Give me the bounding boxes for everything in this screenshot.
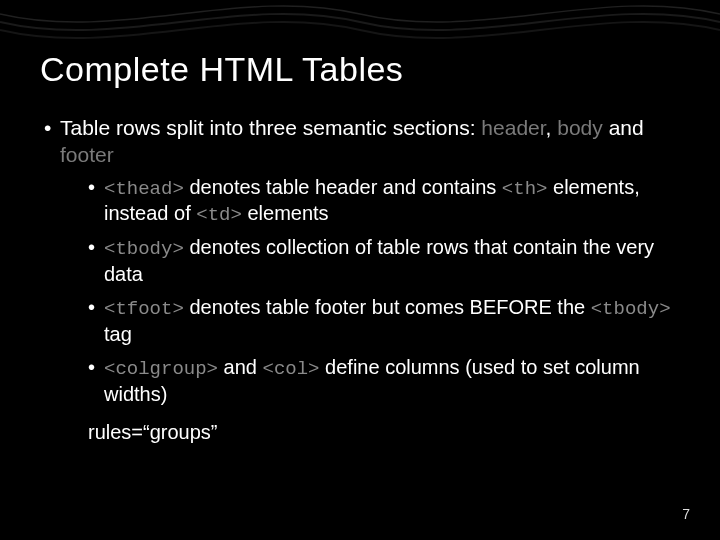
code-span: <thead> xyxy=(104,178,184,200)
slide: Complete HTML Tables Table rows split in… xyxy=(0,0,720,540)
dim-span: footer xyxy=(60,143,114,166)
code-span: <col> xyxy=(263,358,320,380)
text-span: and xyxy=(218,356,262,378)
code-span: <td> xyxy=(196,204,242,226)
text-span: denotes table header and contains xyxy=(184,176,502,198)
text-span: elements xyxy=(242,202,329,224)
dim-span: body xyxy=(557,116,603,139)
code-span: <tbody> xyxy=(104,238,184,260)
code-span: <tfoot> xyxy=(104,298,184,320)
sub-bullet-item: <thead> denotes table header and contain… xyxy=(88,175,680,228)
bullet-list: Table rows split into three semantic sec… xyxy=(44,115,680,407)
page-number: 7 xyxy=(682,506,690,522)
text-span: denotes table footer but comes BEFORE th… xyxy=(184,296,591,318)
sub-bullet-item: <tbody> denotes collection of table rows… xyxy=(88,235,680,287)
dim-span: header xyxy=(481,116,545,139)
text-span: and xyxy=(603,116,650,139)
sub-bullet-item: <colgroup> and <col> define columns (use… xyxy=(88,355,680,407)
text-span: , xyxy=(546,116,558,139)
bullet-item: Table rows split into three semantic sec… xyxy=(44,115,680,407)
code-span: <th> xyxy=(502,178,548,200)
extra-note: rules=“groups” xyxy=(88,421,680,444)
sub-bullet-list: <thead> denotes table header and contain… xyxy=(88,175,680,407)
code-span: <tbody> xyxy=(591,298,671,320)
code-span: <colgroup> xyxy=(104,358,218,380)
text-span: Table rows split into three semantic sec… xyxy=(60,116,481,139)
slide-title: Complete HTML Tables xyxy=(40,50,680,89)
sub-bullet-item: <tfoot> denotes table footer but comes B… xyxy=(88,295,680,347)
text-span: denotes collection of table rows that co… xyxy=(104,236,660,284)
